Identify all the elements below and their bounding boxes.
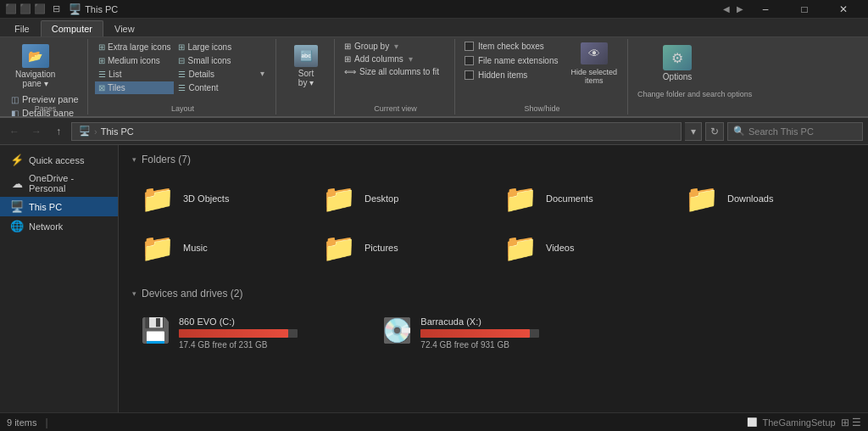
- address-path[interactable]: 🖥️ › This PC: [71, 122, 682, 141]
- sidebar-item-thispc[interactable]: 🖥️ This PC: [0, 197, 118, 216]
- layout-extralarge[interactable]: ⊞ Extra large icons: [95, 41, 174, 53]
- back-button[interactable]: ←: [5, 122, 24, 141]
- layout-group-label: Layout: [90, 104, 275, 113]
- window-controls[interactable]: – □ ✕: [746, 0, 863, 19]
- folder-pictures[interactable]: 📁 Pictures: [314, 225, 492, 271]
- folder-music[interactable]: 📁 Music: [132, 225, 310, 271]
- small-label: Small icons: [187, 56, 231, 65]
- tiles-label: Tiles: [108, 83, 125, 92]
- item-check-item[interactable]: Item check boxes: [462, 41, 561, 52]
- folder-documents[interactable]: 📁 Documents: [495, 176, 673, 221]
- medium-label: Medium icons: [108, 56, 160, 65]
- preview-icon: ◫: [11, 95, 19, 104]
- search-icon: 🔍: [733, 126, 745, 137]
- status-cursor: |: [45, 417, 47, 428]
- folder-music-name: Music: [183, 243, 208, 253]
- devices-section-header[interactable]: ▾ Devices and drives (2): [132, 288, 854, 299]
- options-content: ⚙ Options Change folder and search optio…: [635, 41, 720, 113]
- window-menu-icon: ⊟: [53, 3, 60, 14]
- size-columns-label: Size all columns to fit: [359, 67, 439, 76]
- folder-downloads[interactable]: 📁 Downloads: [676, 176, 854, 221]
- add-columns-item[interactable]: ⊞ Add columns ▾: [342, 53, 415, 64]
- layout-medium[interactable]: ⊞ Medium icons: [95, 54, 174, 67]
- sort-by-button[interactable]: 🔤 Sortby ▾: [283, 41, 329, 92]
- file-ext-item[interactable]: File name extensions: [462, 55, 561, 66]
- navigation-pane-button[interactable]: 📂 Navigationpane ▾: [8, 41, 62, 92]
- item-check-checkbox[interactable]: [465, 42, 474, 51]
- list-label: List: [108, 70, 122, 79]
- tab-view[interactable]: View: [103, 20, 146, 36]
- folder-pictures-icon: 📁: [322, 232, 356, 264]
- up-button[interactable]: ↑: [49, 122, 68, 141]
- drive-c-free: 17.4 GB free of 231 GB: [179, 340, 298, 350]
- sort-by-label: Sortby ▾: [298, 69, 314, 87]
- address-dropdown-btn[interactable]: ▾: [685, 122, 702, 141]
- tab-file[interactable]: File: [3, 20, 41, 36]
- hide-selected-icon: 👁: [581, 42, 608, 64]
- sidebar-item-network[interactable]: 🌐 Network: [0, 216, 118, 236]
- drive-c-icon: 💾: [141, 316, 170, 344]
- preview-pane-item[interactable]: ◫ Preview pane: [8, 93, 81, 105]
- medium-icon: ⊞: [98, 56, 105, 65]
- drive-c-bar-fill: [179, 329, 288, 338]
- large-label: Large icons: [187, 42, 231, 52]
- forward-button[interactable]: →: [27, 122, 46, 141]
- layout-small[interactable]: ⊟ Small icons: [175, 54, 253, 67]
- details-layout-icon: ☰: [178, 70, 186, 79]
- close-button[interactable]: ✕: [824, 0, 863, 19]
- layout-large[interactable]: ⊞ Large icons: [175, 41, 253, 53]
- network-label: Network: [29, 221, 63, 232]
- hide-selected-button[interactable]: 👁 Hide selecteditems: [566, 41, 623, 87]
- hidden-items-item[interactable]: Hidden items: [462, 70, 561, 81]
- size-columns-item[interactable]: ⟺ Size all columns to fit: [342, 66, 442, 77]
- options-icon: ⚙: [663, 45, 692, 70]
- item-check-label: Item check boxes: [478, 42, 544, 51]
- onedrive-icon: ☁: [10, 177, 24, 190]
- folders-section-header[interactable]: ▾ Folders (7): [132, 154, 854, 165]
- ribbon-tabs: File Computer View: [0, 19, 868, 37]
- details-layout-label: Details: [188, 70, 214, 79]
- tab-computer[interactable]: Computer: [41, 20, 103, 36]
- ribbon-group-layout: ⊞ Extra large icons ⊞ Large icons ⊞ Medi…: [90, 39, 276, 115]
- layout-more-btn[interactable]: ▾: [258, 69, 268, 78]
- layout-list[interactable]: ☰ List: [95, 68, 174, 81]
- layout-tiles[interactable]: ⊠ Tiles: [95, 81, 174, 94]
- hidden-items-checkbox[interactable]: [465, 70, 474, 80]
- sort-content: 🔤 Sortby ▾: [283, 41, 329, 113]
- drive-c[interactable]: 💾 860 EVO (C:) 17.4 GB free of 231 GB: [132, 310, 370, 356]
- small-icon: ⊟: [178, 56, 185, 65]
- add-columns-arrow: ▾: [409, 54, 413, 64]
- onedrive-label: OneDrive - Personal: [29, 173, 111, 193]
- ribbon: 📂 Navigationpane ▾ ◫ Preview pane ◧ Deta…: [0, 37, 868, 118]
- folder-videos[interactable]: 📁 Videos: [495, 225, 673, 271]
- ribbon-forward-btn[interactable]: ▶: [734, 4, 746, 14]
- ribbon-group-showhide: Item check boxes File name extensions Hi…: [457, 39, 628, 115]
- layout-content[interactable]: ☰ Content: [175, 81, 253, 94]
- view-toggle-icons[interactable]: ⊞ ☰: [841, 417, 861, 428]
- folders-arrow: ▾: [132, 155, 136, 164]
- refresh-button[interactable]: ↻: [705, 122, 724, 141]
- sidebar-item-onedrive[interactable]: ☁ OneDrive - Personal: [0, 170, 118, 197]
- title-bar: ⬛ ⬛ ⬛ ⊟ 🖥️ This PC ◀ ▶ – □ ✕: [0, 0, 868, 19]
- search-placeholder: Search This PC: [748, 126, 814, 137]
- drive-x[interactable]: 💽 Barracuda (X:) 72.4 GB free of 931 GB: [374, 310, 612, 356]
- folder-3dobjects[interactable]: 📁 3D Objects: [132, 176, 310, 221]
- search-box[interactable]: 🔍 Search This PC: [727, 122, 863, 141]
- ribbon-group-sort: 🔤 Sortby ▾: [278, 39, 335, 115]
- maximize-button[interactable]: □: [785, 0, 824, 19]
- sidebar-item-quickaccess[interactable]: ⚡ Quick access: [0, 150, 118, 170]
- ribbon-quick-btns[interactable]: ◀ ▶: [721, 4, 746, 14]
- ribbon-back-btn[interactable]: ◀: [721, 4, 732, 14]
- quickaccess-label: Quick access: [29, 155, 84, 165]
- folder-desktop[interactable]: 📁 Desktop: [314, 176, 492, 221]
- minimize-button[interactable]: –: [746, 0, 785, 19]
- file-ext-checkbox[interactable]: [465, 56, 474, 65]
- checkboxes: Item check boxes File name extensions Hi…: [462, 41, 561, 81]
- layout-details[interactable]: ☰ Details: [175, 68, 253, 81]
- group-by-item[interactable]: ⊞ Group by ▾: [342, 41, 401, 52]
- change-folder-label[interactable]: Change folder and search options: [635, 89, 720, 100]
- extralarge-label: Extra large icons: [108, 42, 170, 52]
- thispc-label: This PC: [29, 202, 62, 212]
- thispc-icon: 🖥️: [10, 200, 24, 213]
- options-button[interactable]: ⚙ Options: [655, 41, 699, 86]
